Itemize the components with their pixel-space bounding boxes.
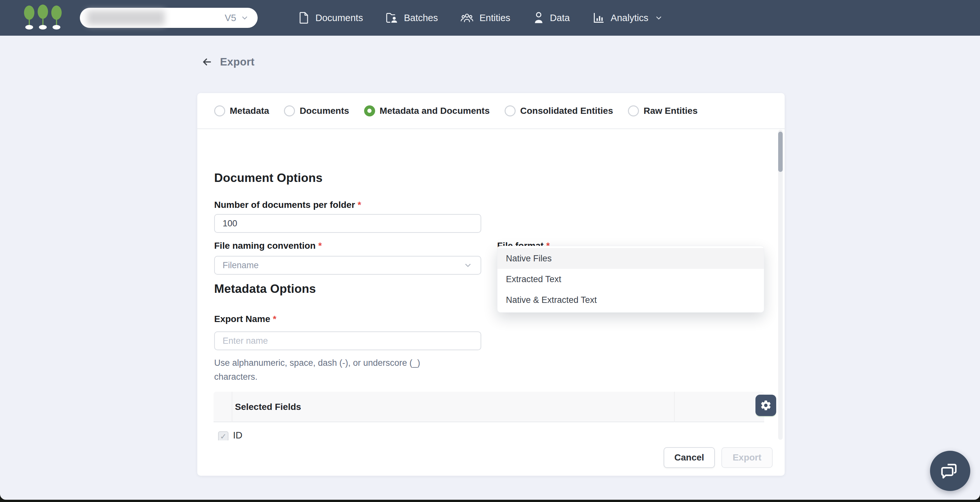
radio-metadata-and-documents[interactable]: Metadata and Documents	[364, 105, 490, 116]
nav-analytics[interactable]: Analytics	[593, 12, 663, 24]
document-icon	[299, 12, 310, 24]
chevron-down-icon	[654, 13, 663, 22]
nav-label: Batches	[404, 13, 438, 23]
batch-folder-icon	[386, 12, 398, 24]
dropdown-option-native-and-extracted-text[interactable]: Native & Extracted Text	[498, 289, 764, 310]
export-button[interactable]: Export	[721, 447, 773, 468]
nav-data[interactable]: Data	[533, 12, 570, 24]
document-options-heading: Document Options	[214, 171, 323, 185]
nav-label: Analytics	[611, 13, 648, 23]
bar-chart-icon	[593, 12, 605, 24]
dropdown-option-native-files[interactable]: Native Files	[498, 248, 764, 269]
back-arrow-icon[interactable]	[201, 56, 213, 68]
radio-documents[interactable]: Documents	[284, 105, 349, 116]
docs-per-folder-label: Number of documents per folder*	[214, 200, 361, 210]
docs-per-folder-input[interactable]	[214, 214, 481, 233]
radio-circle-icon	[284, 105, 295, 116]
breadcrumb: Export	[201, 56, 255, 68]
nav-batches[interactable]: Batches	[386, 12, 438, 24]
dropdown-option-extracted-text[interactable]: Extracted Text	[498, 269, 764, 289]
nav-label: Entities	[479, 13, 510, 23]
gear-icon	[760, 400, 772, 411]
column-divider	[232, 392, 232, 422]
field-row-id: ID	[233, 430, 242, 440]
chevron-down-icon	[240, 13, 249, 22]
top-nav-bar: V5 Documents Batches Entities Data	[0, 0, 980, 36]
cancel-button[interactable]: Cancel	[663, 447, 715, 468]
radio-circle-icon	[214, 105, 225, 116]
radio-consolidated-entities[interactable]: Consolidated Entities	[504, 105, 613, 116]
project-selector[interactable]: V5	[80, 8, 258, 28]
file-naming-label: File naming convention*	[214, 241, 322, 251]
chat-bubbles-icon	[940, 461, 960, 481]
check-icon: ✓	[220, 432, 226, 440]
file-naming-select[interactable]: Filename	[214, 256, 481, 275]
export-name-label: Export Name*	[214, 314, 277, 324]
nav-documents[interactable]: Documents	[299, 12, 363, 24]
app-window: V5 Documents Batches Entities Data	[0, 0, 980, 500]
logo-three-trees-icon[interactable]	[20, 4, 65, 32]
nav-label: Data	[550, 13, 570, 23]
chat-widget-button[interactable]	[930, 451, 970, 491]
data-person-icon	[533, 12, 544, 24]
scrollbar-track[interactable]	[778, 130, 783, 440]
scrollbar-thumb[interactable]	[778, 132, 783, 172]
nav-entities[interactable]: Entities	[460, 12, 510, 24]
export-form-card: Metadata Documents Metadata and Document…	[197, 93, 785, 476]
radio-circle-icon	[504, 105, 515, 116]
configure-fields-button[interactable]	[756, 395, 776, 416]
selected-fields-header: Selected Fields	[235, 402, 301, 412]
column-divider	[674, 392, 675, 422]
file-format-dropdown: Native Files Extracted Text Native & Ext…	[497, 246, 764, 313]
chevron-down-icon	[463, 261, 473, 270]
primary-nav: Documents Batches Entities Data Analytic…	[299, 0, 663, 36]
radio-selected-icon	[364, 105, 375, 116]
radio-metadata[interactable]: Metadata	[214, 105, 269, 116]
nav-label: Documents	[315, 13, 363, 23]
project-name-redacted	[87, 10, 165, 25]
project-version-label: V5	[225, 13, 236, 23]
export-type-radio-group: Metadata Documents Metadata and Document…	[197, 93, 785, 129]
entities-people-icon	[460, 12, 473, 24]
field-checkbox-id[interactable]: ✓	[218, 431, 228, 440]
radio-raw-entities[interactable]: Raw Entities	[628, 105, 697, 116]
radio-circle-icon	[628, 105, 639, 116]
export-name-input[interactable]	[214, 331, 481, 350]
export-name-help-text: Use alphanumeric, space, dash (-), or un…	[214, 356, 448, 384]
metadata-options-heading: Metadata Options	[214, 282, 316, 296]
fields-table-header: Selected Fields	[213, 392, 764, 422]
page-title: Export	[220, 56, 255, 68]
